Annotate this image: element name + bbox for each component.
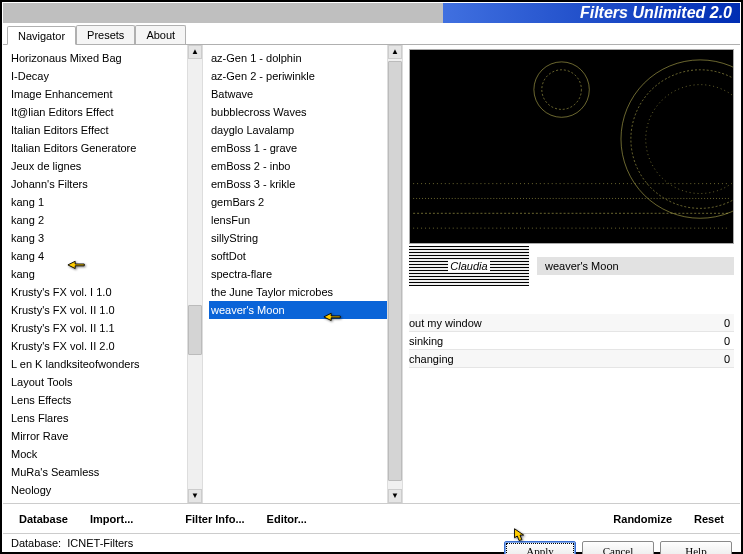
tab-about[interactable]: About [135,25,186,44]
filterinfo-button[interactable]: Filter Info... [177,513,252,525]
list-item[interactable]: Lens Flares [9,409,187,427]
filter-scrollbar[interactable]: ▲ ▼ [387,45,403,503]
scroll-down-icon[interactable]: ▼ [188,489,202,503]
category-list[interactable]: Horizonaus Mixed BagI-DecayImage Enhance… [3,45,187,503]
list-item[interactable]: gemBars 2 [209,193,387,211]
list-item[interactable]: lensFun [209,211,387,229]
scroll-up-icon[interactable]: ▲ [388,45,402,59]
param-value: 0 [704,332,734,349]
list-item[interactable]: I-Decay [9,67,187,85]
list-item[interactable]: kang 3 [9,229,187,247]
filter-name-label: weaver's Moon [537,257,734,275]
preview-panel: Claudia weaver's Moon out my window0sink… [403,45,740,503]
param-row[interactable]: changing0 [409,350,734,368]
list-item[interactable]: Batwave [209,85,387,103]
list-item[interactable]: Italian Editors Effect [9,121,187,139]
filter-panel: az-Gen 1 - dolphinaz-Gen 2 - periwinkleB… [203,45,403,503]
tab-navigator[interactable]: Navigator [7,26,76,45]
list-item[interactable]: MuRa's Seamless [9,463,187,481]
logo-row: Claudia weaver's Moon [409,246,734,286]
list-item[interactable]: spectra-flare [209,265,387,283]
parameter-table: out my window0sinking0changing0 [409,314,734,368]
list-item[interactable]: emBoss 3 - krikle [209,175,387,193]
banner: Filters Unlimited 2.0 [3,3,740,23]
author-logo: Claudia [409,246,529,286]
param-name: sinking [409,332,704,349]
list-item[interactable]: Johann's Filters [9,175,187,193]
param-row[interactable]: out my window0 [409,314,734,332]
list-item[interactable]: Lens Effects [9,391,187,409]
list-item[interactable]: az-Gen 1 - dolphin [209,49,387,67]
list-item[interactable]: softDot [209,247,387,265]
list-item[interactable]: dayglo Lavalamp [209,121,387,139]
status-text: Database: ICNET-Filters Filters: 4134 [11,536,498,555]
list-item[interactable]: Mirror Rave [9,427,187,445]
list-item[interactable]: L en K landksiteofwonders [9,355,187,373]
list-item[interactable]: kang [9,265,187,283]
list-item[interactable]: Jeux de lignes [9,157,187,175]
list-item[interactable]: kang 2 [9,211,187,229]
footer: Database: ICNET-Filters Filters: 4134 Ap… [3,533,740,554]
action-toolbar: Database Import... Filter Info... Editor… [3,503,740,533]
param-name: out my window [409,314,704,331]
param-row[interactable]: sinking0 [409,332,734,350]
list-item[interactable]: Krusty's FX vol. II 1.1 [9,319,187,337]
list-item[interactable]: Krusty's FX vol. II 1.0 [9,301,187,319]
param-name: changing [409,350,704,367]
randomize-button[interactable]: Randomize [605,513,680,525]
list-item[interactable]: Layout Tools [9,373,187,391]
apply-button[interactable]: Apply [504,541,576,555]
import-button[interactable]: Import... [82,513,141,525]
list-item[interactable]: bubblecross Waves [209,103,387,121]
list-item[interactable]: Krusty's FX vol. I 1.0 [9,283,187,301]
list-item[interactable]: sillyString [209,229,387,247]
filter-list[interactable]: az-Gen 1 - dolphinaz-Gen 2 - periwinkleB… [203,45,387,503]
tab-row: Navigator Presets About [3,25,740,45]
list-item[interactable]: the June Taylor microbes [209,283,387,301]
list-item[interactable]: Neology [9,481,187,499]
list-item[interactable]: Italian Editors Generatore [9,139,187,157]
scroll-up-icon[interactable]: ▲ [188,45,202,59]
list-item[interactable]: Mock [9,445,187,463]
list-item[interactable]: Image Enhancement [9,85,187,103]
tab-presets[interactable]: Presets [76,25,135,44]
reset-button[interactable]: Reset [686,513,732,525]
list-item[interactable]: It@lian Editors Effect [9,103,187,121]
scroll-down-icon[interactable]: ▼ [388,489,402,503]
filter-preview [409,49,734,244]
app-title: Filters Unlimited 2.0 [443,3,740,23]
scroll-thumb[interactable] [188,305,202,355]
list-item[interactable]: emBoss 1 - grave [209,139,387,157]
list-item[interactable]: kang 1 [9,193,187,211]
list-item[interactable]: Krusty's FX vol. II 2.0 [9,337,187,355]
svg-rect-0 [413,50,730,243]
scroll-thumb[interactable] [388,61,402,481]
editor-button[interactable]: Editor... [259,513,315,525]
param-value: 0 [704,350,734,367]
category-panel: Horizonaus Mixed BagI-DecayImage Enhance… [3,45,203,503]
main-body: Horizonaus Mixed BagI-DecayImage Enhance… [3,45,740,503]
list-item[interactable]: weaver's Moon [209,301,387,319]
database-button[interactable]: Database [11,513,76,525]
param-value: 0 [704,314,734,331]
list-item[interactable]: az-Gen 2 - periwinkle [209,67,387,85]
list-item[interactable]: kang 4 [9,247,187,265]
help-button[interactable]: Help [660,541,732,555]
category-scrollbar[interactable]: ▲ ▼ [187,45,203,503]
cancel-button[interactable]: Cancel [582,541,654,555]
list-item[interactable]: Horizonaus Mixed Bag [9,49,187,67]
list-item[interactable]: emBoss 2 - inbo [209,157,387,175]
banner-left [3,3,443,23]
